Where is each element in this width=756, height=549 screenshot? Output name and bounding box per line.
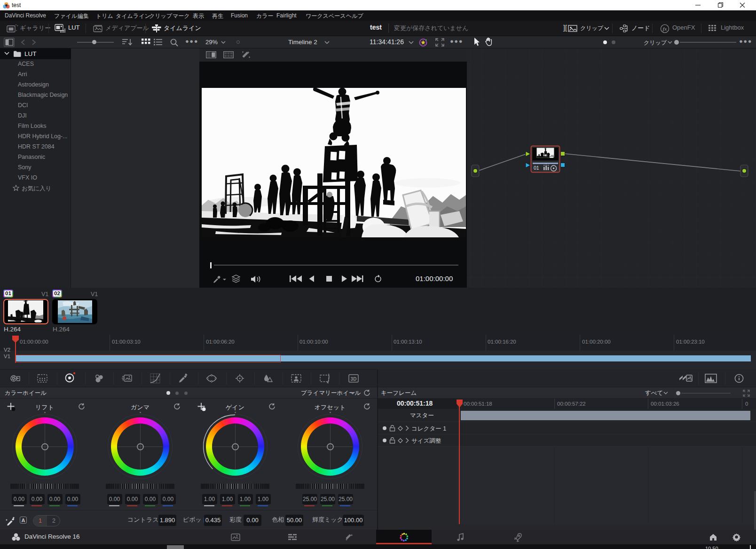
svg-text:3D: 3D bbox=[351, 376, 357, 382]
svg-text:fx: fx bbox=[663, 26, 667, 31]
svg-text:01: 01 bbox=[534, 165, 539, 171]
